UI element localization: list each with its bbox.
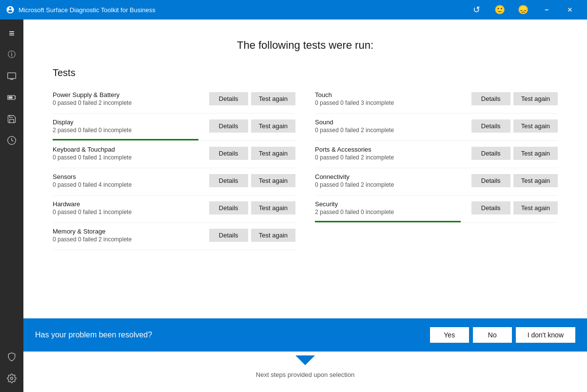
test-actions: DetailsTest again (209, 119, 295, 133)
details-button[interactable]: Details (471, 201, 510, 215)
test-actions: DetailsTest again (471, 174, 558, 187)
dont-know-button[interactable]: I don't know (516, 327, 575, 343)
yes-button[interactable]: Yes (430, 327, 469, 343)
test-name: Connectivity (315, 173, 471, 180)
test-again-button[interactable]: Test again (251, 201, 295, 215)
test-info: Connectivity0 passed 0 failed 2 incomple… (315, 173, 471, 188)
test-actions: DetailsTest again (471, 147, 558, 160)
test-stats: 0 passed 0 failed 2 incomplete (315, 181, 471, 188)
sidebar-item-settings[interactable] (2, 369, 21, 388)
test-again-button[interactable]: Test again (513, 174, 558, 187)
test-actions: DetailsTest again (209, 229, 295, 242)
svg-point-8 (11, 377, 13, 380)
test-actions: DetailsTest again (471, 92, 558, 105)
sidebar-item-device[interactable] (2, 66, 21, 86)
test-actions: DetailsTest again (209, 174, 295, 187)
test-name: Keyboard & Touchpad (53, 146, 209, 153)
test-again-button[interactable]: Test again (251, 119, 295, 133)
feedback-sad-button[interactable]: 😞 (512, 0, 534, 20)
test-item: Memory & Storage0 passed 0 failed 2 inco… (53, 223, 295, 250)
test-name: Memory & Storage (53, 228, 209, 235)
test-stats: 0 passed 0 failed 1 incomplete (53, 209, 209, 216)
test-actions: DetailsTest again (209, 201, 295, 215)
refresh-button[interactable]: ↺ (465, 0, 488, 20)
test-item: Display2 passed 0 failed 0 incompleteDet… (53, 114, 295, 141)
test-info: Keyboard & Touchpad0 passed 0 failed 1 i… (53, 146, 209, 161)
test-name: Security (315, 200, 471, 208)
test-stats: 0 passed 0 failed 2 incomplete (53, 236, 209, 243)
test-again-button[interactable]: Test again (251, 147, 295, 160)
test-item: Touch0 passed 0 failed 3 incompleteDetai… (315, 86, 558, 114)
details-button[interactable]: Details (209, 201, 248, 215)
test-name: Sound (315, 118, 471, 126)
close-button[interactable]: ✕ (559, 0, 581, 20)
test-name: Display (53, 118, 209, 126)
sidebar-item-history[interactable] (2, 131, 21, 150)
test-item: Connectivity0 passed 0 failed 2 incomple… (315, 168, 558, 196)
test-name: Sensors (53, 173, 209, 180)
sidebar-item-save[interactable] (2, 109, 21, 129)
details-button[interactable]: Details (471, 174, 510, 187)
test-again-button[interactable]: Test again (251, 92, 295, 105)
sidebar-item-menu[interactable]: ≡ (2, 23, 21, 43)
svg-rect-6 (8, 97, 12, 99)
test-stats: 2 passed 0 failed 0 incomplete (53, 127, 209, 134)
test-actions: DetailsTest again (209, 147, 295, 160)
test-info: Security2 passed 0 failed 0 incomplete (315, 200, 471, 216)
tests-left-column: Power Supply & Battery0 passed 0 failed … (53, 86, 295, 250)
minimize-button[interactable]: − (535, 0, 558, 20)
test-stats: 2 passed 0 failed 0 incomplete (315, 209, 471, 216)
details-button[interactable]: Details (209, 174, 248, 187)
svg-rect-0 (8, 73, 16, 78)
test-info: Display2 passed 0 failed 0 incomplete (53, 118, 209, 134)
details-button[interactable]: Details (471, 92, 510, 105)
main-content: The following tests were run: Tests Powe… (23, 20, 587, 392)
test-item: Sound0 passed 0 failed 2 incompleteDetai… (315, 114, 558, 141)
tests-right-column: Touch0 passed 0 failed 3 incompleteDetai… (315, 86, 558, 250)
test-progress-bar (53, 139, 198, 140)
test-again-button[interactable]: Test again (513, 147, 558, 160)
sidebar-item-battery[interactable] (2, 88, 21, 107)
feedback-happy-button[interactable]: 🙂 (489, 0, 511, 20)
sidebar-item-info[interactable]: ⓘ (2, 45, 21, 64)
test-stats: 0 passed 0 failed 3 incomplete (315, 99, 471, 106)
test-info: Memory & Storage0 passed 0 failed 2 inco… (53, 228, 209, 243)
test-info: Hardware0 passed 0 failed 1 incomplete (53, 200, 209, 216)
resolution-banner: Has your problem been resolved? Yes No I… (23, 318, 587, 352)
app-title: Microsoft Surface Diagnostic Toolkit for… (19, 6, 156, 14)
test-item: Sensors0 passed 0 failed 4 incompleteDet… (53, 168, 295, 196)
test-actions: DetailsTest again (471, 119, 558, 133)
test-item: Security2 passed 0 failed 0 incompleteDe… (315, 196, 558, 223)
test-stats: 0 passed 0 failed 2 incomplete (315, 154, 471, 161)
arrow-down-icon (295, 355, 315, 365)
test-info: Sensors0 passed 0 failed 4 incomplete (53, 173, 209, 188)
test-again-button[interactable]: Test again (251, 229, 295, 242)
test-name: Touch (315, 91, 471, 98)
test-name: Ports & Accessories (315, 146, 471, 153)
details-button[interactable]: Details (471, 119, 510, 133)
details-button[interactable]: Details (209, 229, 248, 242)
test-progress-bar (315, 221, 461, 222)
sidebar-item-shield[interactable] (2, 347, 21, 367)
details-button[interactable]: Details (209, 147, 248, 160)
test-actions: DetailsTest again (471, 201, 558, 215)
test-info: Ports & Accessories0 passed 0 failed 2 i… (315, 146, 471, 161)
sidebar: ≡ ⓘ (0, 20, 23, 392)
next-steps-text: Next steps provided upon selection (27, 371, 583, 388)
test-again-button[interactable]: Test again (513, 119, 558, 133)
test-stats: 0 passed 0 failed 2 incomplete (53, 99, 209, 106)
no-button[interactable]: No (473, 327, 512, 343)
test-info: Sound0 passed 0 failed 2 incomplete (315, 118, 471, 134)
next-steps-area: Next steps provided upon selection (23, 352, 587, 392)
test-info: Power Supply & Battery0 passed 0 failed … (53, 91, 209, 106)
test-item: Power Supply & Battery0 passed 0 failed … (53, 86, 295, 114)
app-logo-icon (6, 5, 15, 14)
test-again-button[interactable]: Test again (513, 92, 558, 105)
section-title: Tests (53, 67, 558, 78)
test-item: Ports & Accessories0 passed 0 failed 2 i… (315, 141, 558, 168)
details-button[interactable]: Details (209, 119, 248, 133)
details-button[interactable]: Details (209, 92, 248, 105)
test-again-button[interactable]: Test again (251, 174, 295, 187)
details-button[interactable]: Details (471, 147, 510, 160)
test-again-button[interactable]: Test again (513, 201, 558, 215)
